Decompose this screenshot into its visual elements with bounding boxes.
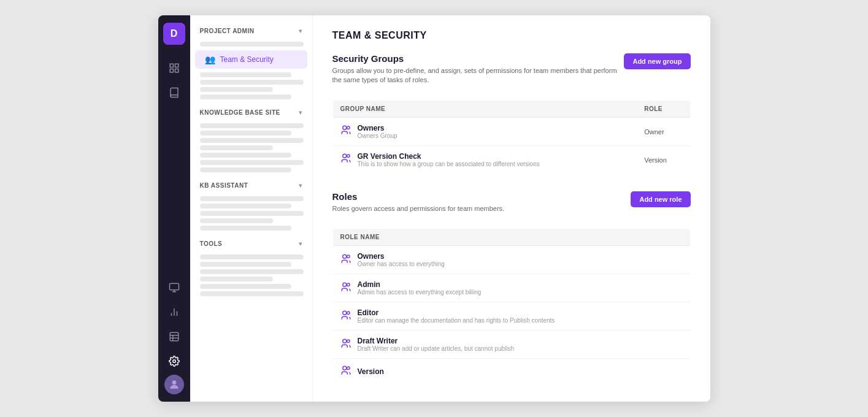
nav-section-project-admin: PROJECT ADMIN ▾ 👥 Team & Security <box>190 23 312 99</box>
security-groups-desc: Groups allow you to pre-define, and assi… <box>332 66 624 85</box>
role-desc: Owner has access to everything <box>358 261 445 267</box>
role-name-cell: Draft Writer Draft Writer can add or upd… <box>332 331 690 359</box>
roles-header-row: Roles Roles govern access and permission… <box>332 191 691 221</box>
group-name: Owners <box>358 124 398 132</box>
group-desc: Owners Group <box>358 132 398 139</box>
skeleton-line <box>200 211 304 216</box>
role-badge: Version <box>644 156 667 164</box>
svg-point-18 <box>342 155 346 158</box>
table-row: Editor Editor can manage the documentati… <box>332 302 690 331</box>
table-row: GR Version Check This is to show how a g… <box>332 145 690 174</box>
roles-section: Roles Roles govern access and permission… <box>332 191 691 385</box>
nav-section-header-kb-site[interactable]: KNOWLEDGE BASE SITE ▾ <box>190 104 312 121</box>
security-groups-section: Security Groups Groups allow you to pre-… <box>332 53 691 174</box>
add-new-role-button[interactable]: Add new role <box>631 191 690 207</box>
role-desc: Admin has access to everything except bi… <box>358 289 482 296</box>
nav-section-header-kb-assistant[interactable]: KB ASSISTANT ▾ <box>190 177 312 194</box>
svg-point-23 <box>347 283 350 286</box>
kb-assistant-chevron: ▾ <box>299 182 302 189</box>
nav-section-kb-site: KNOWLEDGE BASE SITE ▾ <box>190 104 312 172</box>
nav-icon-book[interactable] <box>163 82 185 104</box>
group-name-cell: GR Version Check This is to show how a g… <box>332 145 637 174</box>
group-icon-version <box>340 153 351 166</box>
add-new-group-button[interactable]: Add new group <box>624 53 690 69</box>
skeleton-line <box>200 153 291 158</box>
security-groups-title: Security Groups <box>332 53 624 64</box>
nav-icon-table[interactable] <box>163 326 185 348</box>
team-security-label: Team & Security <box>220 55 274 64</box>
skeleton-line <box>200 284 291 289</box>
role-icon-version <box>340 365 351 378</box>
svg-point-20 <box>342 254 346 258</box>
table-row: Owners Owner has access to everything <box>332 246 690 274</box>
skeleton-line <box>200 269 304 274</box>
security-groups-header-text: Security Groups Groups allow you to pre-… <box>332 53 624 93</box>
role-icon-editor <box>340 310 351 323</box>
skeleton-line <box>200 145 273 150</box>
svg-point-15 <box>172 380 176 384</box>
nav-icon-library[interactable] <box>163 57 185 79</box>
project-admin-chevron: ▾ <box>299 28 302 34</box>
role-name-cell: Editor Editor can manage the documentati… <box>332 302 690 331</box>
roles-col-name: ROLE NAME <box>332 229 690 246</box>
skeleton-line <box>200 218 273 223</box>
svg-point-27 <box>347 340 350 343</box>
svg-point-21 <box>347 255 350 258</box>
tools-label: TOOLS <box>200 240 223 247</box>
nav-section-header-tools[interactable]: TOOLS ▾ <box>190 235 312 252</box>
app-logo[interactable]: D <box>163 23 185 45</box>
role-icon-owners <box>340 253 351 267</box>
svg-rect-3 <box>175 69 178 72</box>
skeleton-line <box>200 204 291 208</box>
kb-site-chevron: ▾ <box>299 109 302 116</box>
group-role-cell: Owner <box>637 117 690 145</box>
nav-section-header-project-admin[interactable]: PROJECT ADMIN ▾ <box>190 23 312 39</box>
svg-point-25 <box>347 312 350 315</box>
svg-rect-4 <box>169 283 179 290</box>
nav-icon-settings[interactable] <box>163 350 185 372</box>
table-row: Admin Admin has access to everything exc… <box>332 274 690 302</box>
groups-col-name: GROUP NAME <box>332 100 637 117</box>
role-desc: Editor can manage the documentation and … <box>358 317 555 324</box>
role-name: Draft Writer <box>358 337 515 345</box>
project-admin-label: PROJECT ADMIN <box>200 28 255 34</box>
skeleton-line <box>200 254 304 259</box>
team-security-icon: 👥 <box>205 55 215 64</box>
role-name: Version <box>358 367 384 376</box>
role-name: Admin <box>358 280 482 289</box>
roles-title: Roles <box>332 191 631 202</box>
skeleton-line <box>200 72 291 77</box>
role-name: Editor <box>358 308 555 317</box>
role-name: Owners <box>358 252 445 261</box>
user-avatar[interactable] <box>164 375 184 394</box>
group-name: GR Version Check <box>358 152 540 161</box>
nav-icon-chart[interactable] <box>163 301 185 323</box>
skeleton-line <box>200 160 304 165</box>
nav-section-kb-assistant: KB ASSISTANT ▾ <box>190 177 312 231</box>
skeleton-line <box>200 123 304 128</box>
svg-point-29 <box>347 367 350 370</box>
groups-col-role: ROLE <box>637 100 690 117</box>
table-row: Version <box>332 359 690 385</box>
sidebar-item-team-security[interactable]: 👥 Team & Security <box>195 50 307 69</box>
group-icon-owners <box>340 124 351 138</box>
role-name-cell: Admin Admin has access to everything exc… <box>332 274 690 302</box>
role-name-cell: Version <box>332 359 690 385</box>
page-title: TEAM & SECURITY <box>332 30 691 41</box>
browser-window: D <box>158 15 710 402</box>
group-role-cell: Version <box>637 145 690 174</box>
svg-point-24 <box>342 311 346 315</box>
svg-rect-2 <box>170 69 173 72</box>
skeleton-line <box>200 226 291 231</box>
skeleton-line <box>200 167 291 172</box>
skeleton-line <box>200 196 304 201</box>
role-desc: Draft Writer can add or update articles,… <box>358 345 515 352</box>
role-name-cell: Owners Owner has access to everything <box>332 246 690 274</box>
nav-icon-monitor[interactable] <box>163 277 185 299</box>
svg-point-19 <box>347 155 350 158</box>
security-groups-header-row: Security Groups Groups allow you to pre-… <box>332 53 691 93</box>
group-name-cell: Owners Owners Group <box>332 117 637 145</box>
skeleton-line <box>200 42 304 47</box>
skeleton-line <box>200 277 273 281</box>
svg-point-17 <box>347 126 350 129</box>
